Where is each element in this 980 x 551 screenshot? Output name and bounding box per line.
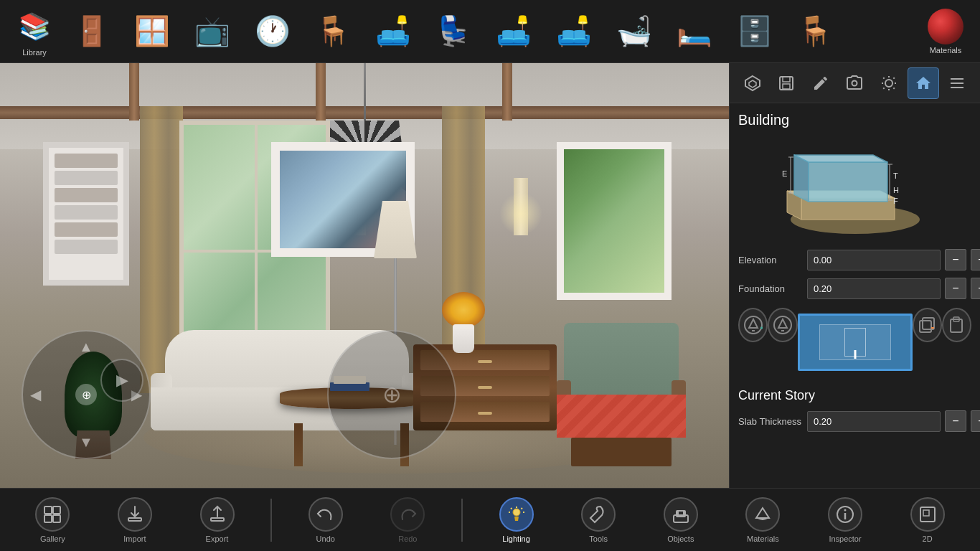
nav-rotate-circle[interactable]: ⊕: [327, 330, 456, 459]
wall-art-left: [43, 142, 129, 286]
foundation-label: Foundation: [738, 283, 803, 294]
library-icon: 📚: [14, 6, 55, 47]
svg-line-12: [883, 88, 884, 88]
library-button[interactable]: 📚 Library: [6, 3, 63, 60]
gallery-tool[interactable]: Gallery: [24, 497, 81, 543]
inspector-label: Inspector: [829, 534, 861, 543]
furn-chair-pink[interactable]: 💺: [425, 6, 482, 57]
svg-rect-52: [211, 518, 224, 521]
pendant-cord: [364, 63, 366, 121]
viewport[interactable]: ▲ ▼ ◀ ▶ ⊕ ▶ ⊕: [0, 63, 729, 488]
undo-label: Undo: [316, 534, 335, 543]
paste-btn[interactable]: [942, 308, 971, 342]
copy-btn[interactable]: [913, 308, 942, 342]
svg-rect-67: [923, 510, 929, 516]
elevation-minus-btn[interactable]: −: [945, 249, 966, 270]
furn-window[interactable]: 🪟: [123, 6, 181, 57]
right-panel: Building: [729, 63, 980, 488]
furn-bathtub[interactable]: 🛁: [606, 6, 663, 57]
inspector-tool[interactable]: Inspector: [816, 497, 874, 543]
furn-clock[interactable]: 🕐: [244, 6, 301, 57]
materials-bottom-icon: [745, 497, 780, 532]
nav-pan-button[interactable]: ▶: [100, 359, 143, 402]
panel-light-btn[interactable]: [873, 67, 905, 99]
main-area: ▲ ▼ ◀ ▶ ⊕ ▶ ⊕: [0, 63, 980, 488]
panel-build-btn[interactable]: [737, 67, 768, 99]
slab-input[interactable]: [807, 411, 941, 432]
slab-label: Slab Thickness: [738, 416, 803, 427]
svg-rect-47: [44, 507, 52, 514]
svg-text:F: F: [893, 197, 898, 205]
gallery-label: Gallery: [40, 534, 65, 543]
elevation-label: Elevation: [738, 255, 803, 265]
divider-2: [461, 499, 463, 542]
panel-home-btn[interactable]: [908, 67, 939, 99]
svg-text:E: E: [782, 169, 787, 178]
furn-bed[interactable]: 🛏️: [666, 6, 723, 57]
svg-rect-49: [44, 515, 52, 522]
ceiling-beam-v1: [129, 63, 139, 121]
add-story-btn[interactable]: [738, 308, 768, 342]
panel-camera-btn[interactable]: [839, 67, 870, 99]
svg-point-5: [885, 80, 892, 87]
furn-chair-red2[interactable]: 🪑: [786, 6, 844, 57]
slab-plus-btn[interactable]: +: [971, 410, 980, 432]
elevation-input[interactable]: [807, 250, 941, 270]
svg-rect-66: [920, 507, 935, 522]
nav-center[interactable]: ⊕: [75, 384, 97, 405]
svg-line-55: [511, 508, 512, 509]
redo-icon: [390, 497, 425, 532]
svg-line-9: [893, 88, 894, 88]
action-buttons: [738, 308, 971, 377]
furn-tv[interactable]: 📺: [184, 6, 241, 57]
panel-save-btn[interactable]: [771, 67, 802, 99]
svg-rect-50: [53, 515, 60, 522]
armchair: [557, 323, 686, 466]
floor-plan-area: [798, 314, 913, 371]
slab-minus-btn[interactable]: −: [945, 410, 966, 432]
lighting-label: Lighting: [502, 534, 530, 543]
duplicate-story-btn[interactable]: [768, 308, 797, 342]
foundation-plus-btn[interactable]: +: [971, 278, 980, 299]
objects-icon: [664, 497, 698, 532]
redo-tool[interactable]: Redo: [379, 497, 436, 543]
divider-1: [270, 499, 272, 542]
elevation-plus-btn[interactable]: +: [971, 249, 980, 270]
furn-chair-red[interactable]: 🪑: [304, 6, 362, 57]
furn-door[interactable]: 🚪: [63, 6, 121, 57]
2d-label: 2D: [923, 534, 933, 543]
foundation-input[interactable]: [807, 278, 941, 299]
furniture-scroll: 🚪 🪟 📺 🕐 🪑 🛋️ 💺 🛋️ 🛋️ 🛁 🛏️: [63, 6, 844, 57]
materials-tool[interactable]: Materials: [734, 497, 791, 543]
furn-bench[interactable]: 🛋️: [545, 6, 603, 57]
svg-marker-0: [745, 76, 760, 90]
sconce-right: [514, 178, 528, 235]
materials-button[interactable]: Materials: [917, 3, 974, 60]
svg-rect-21: [809, 162, 887, 202]
floor-plan-thumb[interactable]: [798, 314, 913, 371]
tools-tool[interactable]: Tools: [570, 497, 627, 543]
tools-label: Tools: [589, 534, 608, 543]
redo-label: Redo: [398, 534, 417, 543]
lighting-tool[interactable]: Lighting: [488, 497, 545, 543]
objects-tool[interactable]: Objects: [652, 497, 710, 543]
foundation-row: Foundation − +: [738, 278, 971, 299]
materials-icon: [928, 9, 963, 44]
furn-armchair-yellow[interactable]: 🛋️: [364, 6, 422, 57]
svg-rect-3: [783, 77, 790, 82]
svg-marker-40: [778, 319, 787, 328]
panel-content: Building: [730, 103, 980, 488]
furn-sofa[interactable]: 🛋️: [485, 6, 542, 57]
export-tool[interactable]: Export: [189, 497, 246, 543]
furn-wardrobe[interactable]: 🗄️: [726, 6, 783, 57]
panel-list-btn[interactable]: [941, 67, 973, 99]
panel-paint-btn[interactable]: [805, 67, 837, 99]
slab-thickness-row: Slab Thickness − +: [738, 410, 971, 432]
export-label: Export: [206, 534, 229, 543]
undo-tool[interactable]: Undo: [297, 497, 354, 543]
import-tool[interactable]: Import: [106, 497, 164, 543]
2d-tool[interactable]: 2D: [899, 497, 956, 543]
foundation-minus-btn[interactable]: −: [945, 278, 966, 299]
materials-label: Materials: [930, 46, 962, 55]
top-toolbar: 📚 Library 🚪 🪟 📺 🕐 🪑 🛋️ 💺 🛋️ 🛋️: [0, 0, 980, 63]
